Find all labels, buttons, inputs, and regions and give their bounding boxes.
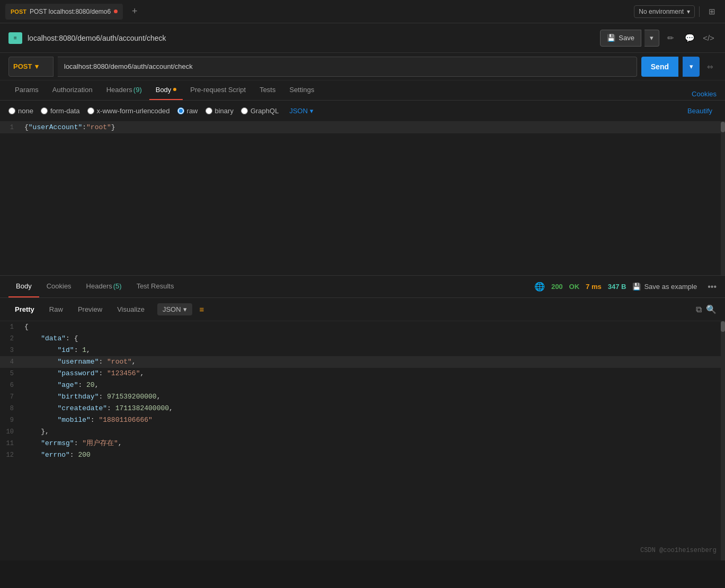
resp-headers-badge: (5) [113,282,122,290]
resp-line-3: 3 "id": 1, [0,345,725,356]
option-binary[interactable]: binary [205,107,234,115]
json-chevron-icon: ▾ [310,107,314,115]
address-title: localhost:8080/demo6/auth/account/check [28,34,166,42]
option-graphql[interactable]: GraphQL [241,107,279,115]
top-bar: POST POST localhost:8080/demo6 + No envi… [0,0,725,23]
option-none[interactable]: none [8,107,33,115]
resp-line-8: 8 "createdate": 1711382400000, [0,403,725,414]
fmt-right: ⧉ 🔍 [696,304,717,314]
collection-icon-box: ≡ [8,32,22,44]
filter-icon[interactable]: ≡ [200,305,204,314]
json-type-selector[interactable]: JSON ▾ [286,105,317,116]
copy-icon[interactable]: ⧉ [696,305,702,314]
send-dropdown-arrow[interactable]: ▾ [683,57,700,77]
active-tab[interactable]: POST POST localhost:8080/demo6 [5,4,123,20]
save-icon: 💾 [607,34,615,42]
scrollbar-track[interactable] [721,122,725,275]
line-number: 1 [0,122,21,133]
tab-body[interactable]: Body [149,80,183,100]
url-input[interactable] [58,57,637,77]
status-code: 200 [551,283,563,291]
save-dropdown-arrow[interactable]: ▾ [645,30,659,47]
tab-prerequest[interactable]: Pre-request Script [184,80,252,100]
tab-headers[interactable]: Headers (9) [100,80,148,100]
method-chevron: ▾ [35,62,39,70]
option-urlencoded[interactable]: x-www-form-urlencoded [87,107,170,115]
save-example-button[interactable]: 💾 Save as example [632,283,697,291]
fmt-pretty[interactable]: Pretty [8,303,41,316]
resp-line-2: 2 "data": { [0,333,725,345]
response-format-bar: Pretty Raw Preview Visualize JSON ▾ ≡ ⧉ … [0,298,725,321]
save-example-label: Save as example [644,283,697,291]
tab-label: POST localhost:8080/demo6 [30,8,111,15]
resp-line-11: 11 "errmsg": "用户存在", [0,438,725,449]
resp-tab-headers[interactable]: Headers (5) [79,276,129,297]
tab-authorization[interactable]: Authorization [46,80,99,100]
headers-badge: (9) [133,86,142,94]
beautify-button[interactable]: Beautify [683,105,717,116]
fmt-visualize[interactable]: Visualize [111,303,151,316]
scrollbar-thumb[interactable] [721,122,725,132]
request-body-editor[interactable]: 1 {"userAccount":"root"} [0,122,725,275]
resp-tab-body[interactable]: Body [8,276,39,297]
watermark: CSDN @coo1heisenberg [640,545,717,556]
method-select[interactable]: POST ▾ [8,57,53,77]
response-time: 7 ms [586,283,602,291]
send-button[interactable]: Send [641,57,678,77]
method-label: POST [13,62,32,70]
tab-tests[interactable]: Tests [253,80,282,100]
request-tab-nav: Params Authorization Headers (9) Body Pr… [0,80,725,101]
resp-tab-cookies[interactable]: Cookies [39,276,79,297]
tab-settings[interactable]: Settings [283,80,320,100]
response-panel: Body Cookies Headers (5) Test Results 🌐 … [0,275,725,560]
send-label: Send [651,62,669,71]
search-icon[interactable]: 🔍 [706,304,717,314]
body-options-right: Beautify [678,105,717,116]
body-options-bar: none form-data x-www-form-urlencoded raw… [0,101,725,122]
response-status: 🌐 200 OK 7 ms 347 B 💾 Save as example ••… [534,282,717,292]
fmt-preview[interactable]: Preview [71,303,109,316]
comment-icon-btn[interactable]: 💬 [682,30,697,46]
resp-tab-test-results[interactable]: Test Results [129,276,182,297]
option-form-data[interactable]: form-data [41,107,80,115]
env-label: No environment [639,8,684,15]
fmt-chevron-icon: ▾ [183,305,187,313]
save-button[interactable]: 💾 Save [600,30,641,47]
resp-line-12: 12 "errno": 200 [0,449,725,461]
globe-icon: 🌐 [534,282,545,292]
address-bar-row: ≡ localhost:8080/demo6/auth/account/chec… [0,23,725,53]
divider [699,6,700,17]
collection-icon-btn[interactable]: ⊞ [704,4,720,20]
tab-nav-right: Cookies [692,90,717,100]
resp-line-10: 10 }, [0,426,725,438]
tab-params[interactable]: Params [8,80,45,100]
environment-selector[interactable]: No environment ▾ [634,5,695,18]
edit-icon-btn[interactable]: ✏ [663,30,678,46]
body-dot [173,88,176,91]
resp-line-6: 6 "age": 20, [0,379,725,391]
chevron-down-icon: ▾ [687,8,690,15]
add-tab-button[interactable]: + [127,4,142,19]
resize-icon[interactable]: ⇔ [704,60,717,73]
top-bar-right: No environment ▾ ⊞ [634,4,720,20]
resp-scrollbar-track[interactable] [721,321,725,560]
code-icon-btn[interactable]: </> [701,30,717,46]
resp-line-4: 4 "username": "root", [0,356,725,368]
json-label: JSON [289,107,308,115]
fmt-raw[interactable]: Raw [43,303,69,316]
response-body-viewer: 1 { 2 "data": { 3 "id": 1, [0,321,725,560]
code-editor-request[interactable]: 1 {"userAccount":"root"} [0,122,725,133]
status-text: OK [569,283,580,291]
request-code-line-1: 1 {"userAccount":"root"} [0,122,725,133]
tab-method: POST [11,8,26,15]
response-header: Body Cookies Headers (5) Test Results 🌐 … [0,276,725,298]
response-format-selector[interactable]: JSON ▾ [157,303,192,315]
response-code-editor: 1 { 2 "data": { 3 "id": 1, [0,321,725,461]
resp-scrollbar-thumb[interactable] [721,321,725,332]
option-raw[interactable]: raw [177,107,198,115]
resp-line-7: 7 "birthday": 971539200000, [0,391,725,403]
response-size: 347 B [608,283,626,291]
cookies-link[interactable]: Cookies [692,90,717,98]
request-row: POST ▾ Send ▾ ⇔ [0,53,725,80]
more-options-button[interactable]: ••• [708,282,717,292]
